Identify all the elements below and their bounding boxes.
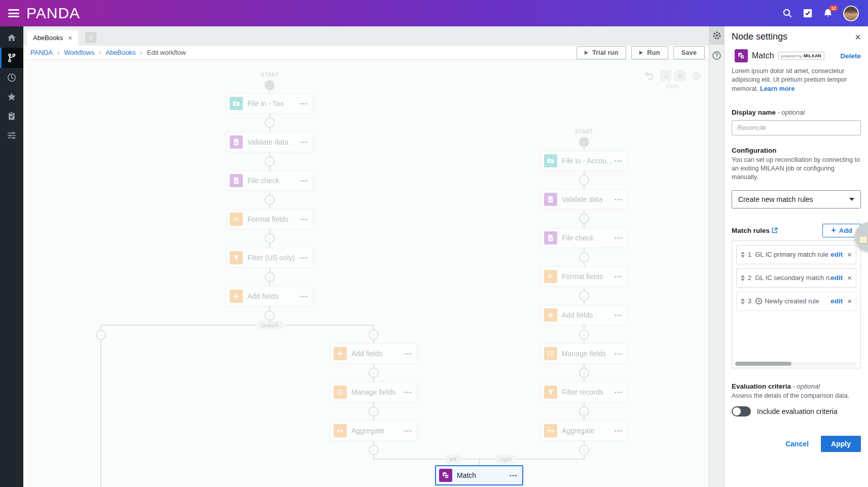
tasks-check-icon[interactable] (803, 8, 813, 18)
add-step-connector[interactable]: ↓ (579, 406, 589, 416)
edit-rule-link[interactable]: edit (830, 251, 843, 258)
node-menu-icon[interactable]: ••• (300, 293, 308, 299)
add-step-connector[interactable]: ↓ (579, 252, 589, 262)
workflow-node-aggregate[interactable]: Aggregate••• (330, 421, 417, 441)
workflow-canvas[interactable]: ↓↓↓↓↓↓↓↓↓↓↓↓↓↓↓↓↓↓↓STARTSTARTbranchleftr… (23, 60, 709, 487)
delete-node-link[interactable]: Delete (840, 52, 861, 60)
add-step-connector[interactable]: ↓ (265, 118, 275, 128)
add-step-connector[interactable]: ↓ (265, 233, 275, 244)
node-menu-icon[interactable]: ••• (614, 196, 623, 202)
workflow-node-file-in-accou-[interactable]: File in - Accou…••• (540, 151, 628, 171)
evaluation-toggle[interactable] (732, 406, 751, 416)
sort-handle-icon[interactable] (741, 275, 745, 281)
node-menu-icon[interactable]: ••• (614, 312, 623, 318)
scrollbar-thumb[interactable] (735, 362, 791, 366)
workflow-node-add-fields[interactable]: Add fields••• (540, 305, 628, 325)
node-menu-icon[interactable]: ••• (300, 216, 308, 222)
workflow-node-manage-fields[interactable]: Manage fields••• (330, 382, 417, 402)
user-avatar[interactable] (843, 6, 859, 21)
workflow-node-file-in-tax[interactable]: File in - Tax••• (226, 93, 313, 114)
add-step-connector[interactable]: ↓ (369, 406, 379, 416)
hamburger-menu-icon[interactable] (8, 9, 19, 17)
node-menu-icon[interactable]: ••• (614, 273, 623, 280)
workflow-node-filter-records[interactable]: Filter records••• (540, 382, 628, 402)
workflow-node-validate-data[interactable]: Validate data••• (540, 189, 628, 210)
sidebar-item-favorites-star[interactable] (0, 87, 23, 107)
add-step-connector[interactable]: ↓ (369, 445, 379, 455)
workflow-node-match[interactable]: Match••• (435, 465, 523, 485)
match-rules-select[interactable]: Create new match rules (732, 190, 861, 208)
workflow-node-add-fields[interactable]: Add fields••• (330, 343, 417, 364)
workflow-node-format-fields[interactable]: $/,Format fields••• (226, 209, 313, 229)
cancel-button[interactable]: Cancel (785, 440, 809, 448)
add-step-connector[interactable]: ↓ (579, 291, 589, 301)
node-menu-icon[interactable]: ••• (300, 100, 308, 107)
edit-rule-link[interactable]: edit (830, 297, 843, 305)
add-step-connector[interactable]: ↓ (579, 214, 589, 224)
add-step-connector[interactable]: ↓ (369, 330, 379, 340)
save-button[interactable]: Save (673, 46, 705, 59)
add-step-connector[interactable]: ↓ (579, 329, 589, 339)
breadcrumb-abebooks[interactable]: AbeBooks (105, 49, 135, 56)
search-icon[interactable] (782, 8, 792, 18)
add-step-connector[interactable]: ↓ (265, 272, 275, 282)
edit-rule-link[interactable]: edit (830, 274, 843, 282)
node-menu-icon[interactable]: ••• (510, 472, 518, 478)
workflow-node-format-fields[interactable]: $/,Format fields••• (540, 266, 628, 287)
node-menu-icon[interactable]: ••• (300, 178, 308, 184)
sort-handle-icon[interactable] (741, 298, 745, 304)
node-menu-icon[interactable]: ••• (614, 389, 623, 395)
zoom-out-button[interactable]: – (660, 70, 671, 81)
canvas-settings-gear-icon[interactable] (692, 71, 701, 83)
node-menu-icon[interactable]: ••• (404, 351, 412, 357)
node-menu-icon[interactable]: ••• (614, 158, 623, 164)
remove-rule-icon[interactable]: × (847, 273, 852, 282)
remove-rule-icon[interactable]: × (847, 250, 852, 259)
workflow-node-manage-fields[interactable]: Manage fields••• (540, 343, 628, 364)
node-menu-icon[interactable]: ••• (300, 139, 308, 145)
node-menu-icon[interactable]: ••• (404, 428, 412, 434)
external-link-icon[interactable] (771, 227, 778, 234)
close-icon[interactable]: × (855, 32, 861, 42)
undo-icon[interactable] (644, 71, 655, 84)
sidebar-item-settings-sliders[interactable] (0, 126, 23, 145)
remove-rule-icon[interactable]: × (847, 297, 852, 305)
workflow-node-file-check[interactable]: File check••• (226, 170, 313, 191)
add-step-connector[interactable]: ↓ (579, 445, 589, 455)
run-button[interactable]: Run (631, 46, 668, 59)
workflow-node-add-fields[interactable]: Add fields••• (226, 286, 313, 306)
breadcrumb-workflows[interactable]: Workflows (64, 49, 94, 56)
trial-run-button[interactable]: Trial run (576, 46, 626, 59)
add-step-connector[interactable]: ↓ (579, 368, 589, 378)
zoom-in-button[interactable]: + (674, 70, 685, 81)
add-step-connector[interactable]: ↓ (96, 330, 106, 340)
node-menu-icon[interactable]: ••• (404, 389, 412, 395)
notifications-bell-icon[interactable]: 12 (823, 8, 833, 18)
add-step-connector[interactable]: ↓ (369, 368, 379, 378)
learn-more-link[interactable]: Learn more (760, 85, 794, 92)
add-step-connector[interactable]: ↓ (265, 195, 275, 205)
add-step-connector[interactable]: ↓ (265, 156, 275, 166)
node-menu-icon[interactable]: ••• (614, 428, 623, 434)
apply-button[interactable]: Apply (821, 436, 861, 452)
new-tab-button[interactable]: + (85, 32, 96, 43)
sort-handle-icon[interactable] (741, 252, 745, 258)
tab-abebooks[interactable]: AbeBooks × (27, 30, 78, 46)
sidebar-item-tasks-clipboard[interactable] (0, 107, 23, 126)
add-step-connector[interactable]: ↓ (579, 175, 589, 185)
workflow-node-aggregate[interactable]: Aggregate••• (540, 421, 628, 441)
sidebar-item-workflow-branch[interactable] (0, 48, 23, 68)
add-step-connector[interactable]: ↓ (265, 310, 275, 321)
settings-gear-icon[interactable] (709, 26, 724, 45)
workflow-node-file-check[interactable]: File check••• (540, 228, 628, 248)
sidebar-item-home[interactable] (0, 28, 23, 48)
workflow-node-validate-data[interactable]: Validate data••• (226, 132, 313, 152)
help-question-icon[interactable]: ? (709, 51, 724, 60)
workflow-node-filter-us-only-[interactable]: Filter (US only)••• (226, 248, 313, 268)
node-menu-icon[interactable]: ••• (614, 351, 623, 357)
sidebar-item-history-clock[interactable] (0, 68, 23, 87)
node-menu-icon[interactable]: ••• (614, 235, 623, 241)
display-name-input[interactable] (732, 120, 861, 135)
tab-close-icon[interactable]: × (68, 34, 72, 42)
breadcrumb-panda[interactable]: PANDA (30, 49, 53, 56)
